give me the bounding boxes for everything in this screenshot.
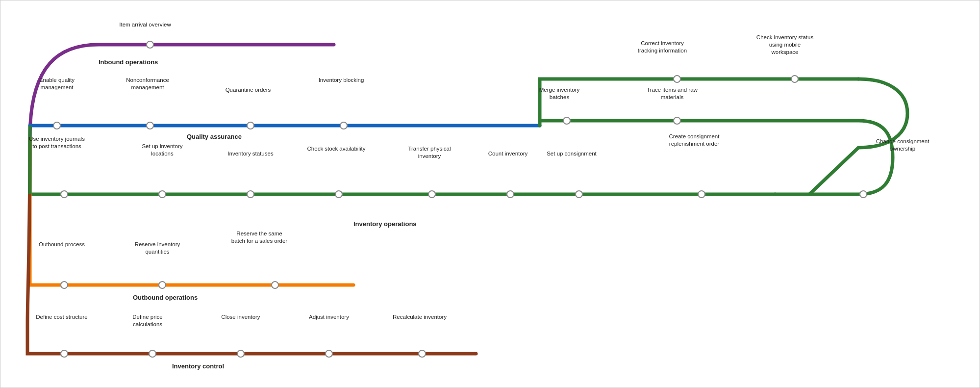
svg-point-22 [159,282,166,288]
svg-point-6 [247,122,254,129]
label-change-consign-own: Change consignment ownership [873,138,932,153]
label-reserve-inv-qty: Reserve inventory quantities [128,241,187,256]
label-check-inv-status-mob: Check inventory status using mobile work… [755,34,814,56]
svg-point-9 [159,191,166,198]
label-nonconformance: Nonconformance management [118,77,177,91]
label-inventory-operations: Inventory operations [353,220,417,228]
label-setup-inv-loc: Set up inventory locations [133,143,192,157]
label-create-consign-replen: Create consignment replenishment order [665,133,724,148]
svg-point-19 [674,76,680,82]
svg-point-17 [563,117,570,124]
svg-point-13 [507,191,514,198]
label-define-cost: Define cost structure [32,313,91,321]
svg-point-12 [428,191,435,198]
svg-point-10 [247,191,254,198]
svg-point-7 [340,122,347,129]
svg-point-24 [61,350,68,357]
label-quality-assurance: Quality assurance [187,133,242,140]
label-inventory-control: Inventory control [172,362,224,370]
svg-point-3 [147,41,153,48]
label-inbound-operations: Inbound operations [99,58,158,66]
label-setup-consign: Set up consignment [542,150,601,157]
label-enable-quality: Enable quality management [30,77,84,91]
label-check-stock: Check stock availability [307,145,366,153]
svg-point-26 [237,350,244,357]
svg-point-14 [576,191,582,198]
label-item-arrival: Item arrival overview [116,21,175,28]
svg-point-20 [791,76,798,82]
svg-point-8 [61,191,68,198]
label-outbound-operations: Outbound operations [133,294,198,301]
label-inv-statuses: Inventory statuses [221,150,280,157]
label-define-price: Define price calculations [118,313,177,328]
label-adjust-inv: Adjust inventory [300,313,358,321]
svg-point-18 [674,117,680,124]
diagram-container: Inbound operations Quality assurance Inv… [0,0,980,388]
label-inv-blocking: Inventory blocking [312,77,371,84]
svg-point-25 [149,350,156,357]
label-count-inv: Count inventory [478,150,537,157]
svg-point-23 [272,282,278,288]
label-correct-inv-track: Correct inventory tracking information [633,40,692,54]
label-use-inv-journals: Use inventory journals to post transacti… [27,135,86,150]
svg-point-15 [698,191,705,198]
label-trace-items: Trace items and raw materials [643,86,702,101]
svg-point-28 [419,350,426,357]
svg-point-21 [61,282,68,288]
label-quarantine: Quarantine orders [219,86,277,94]
label-recalculate-inv: Recalculate inventory [390,313,449,321]
svg-point-11 [335,191,342,198]
svg-point-5 [147,122,153,129]
label-outbound-proc: Outbound process [32,241,91,248]
label-close-inv: Close inventory [211,313,270,321]
svg-point-4 [53,122,60,129]
label-reserve-same-batch: Reserve the same batch for a sales order [230,230,289,245]
svg-point-27 [326,350,332,357]
label-merge-inv-batches: Merge inventory batches [530,86,589,101]
label-transfer-phys: Transfer physical inventory [400,145,459,160]
svg-point-16 [860,191,867,198]
